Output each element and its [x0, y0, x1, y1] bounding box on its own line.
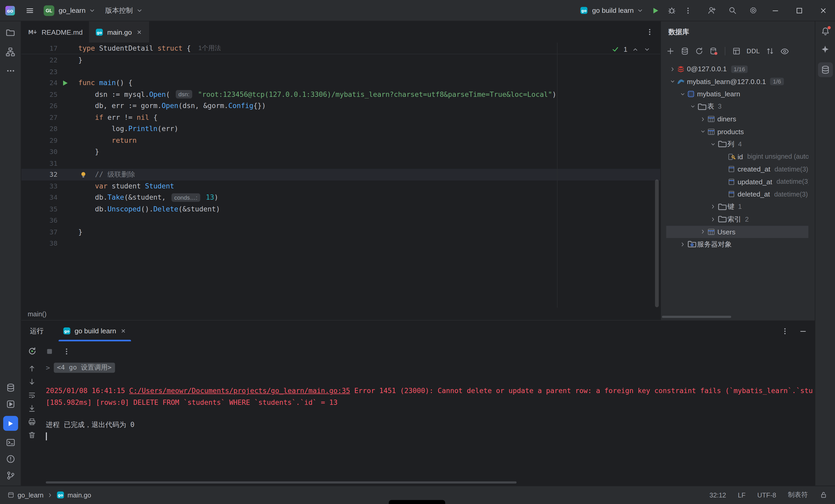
- table-editor-icon[interactable]: [732, 47, 741, 56]
- tree-chevron-icon[interactable]: [668, 78, 677, 85]
- data-source-icon[interactable]: [680, 47, 689, 56]
- close-tab-icon[interactable]: [120, 327, 127, 335]
- services-tool-icon[interactable]: [5, 399, 15, 409]
- db-tree-item-mybatis_learn@127.0.0.1[interactable]: mybatis_learn@127.0.0.11/6: [666, 76, 808, 88]
- tab-readme[interactable]: M README.md: [21, 21, 89, 43]
- down-icon[interactable]: [28, 378, 36, 386]
- search-icon[interactable]: [728, 6, 737, 15]
- vcs-widget[interactable]: 版本控制: [105, 5, 133, 15]
- more-actions-icon[interactable]: [684, 6, 692, 15]
- breadcrumb[interactable]: main(): [21, 308, 660, 320]
- code-line-33[interactable]: 33 var student Student: [21, 180, 660, 192]
- code-editor[interactable]: 17type StudentDetail struct {1个用法 22}232…: [21, 43, 660, 308]
- eye-icon[interactable]: [780, 47, 789, 56]
- db-tree-item-0@127.0.0.1[interactable]: 0@127.0.0.11/16: [666, 63, 808, 76]
- add-user-icon[interactable]: [707, 6, 716, 15]
- tree-chevron-icon[interactable]: [699, 116, 707, 122]
- run-button[interactable]: [651, 6, 660, 15]
- code-line-25[interactable]: 25 dsn := mysql.Open( dsn: "root:123456@…: [21, 89, 660, 100]
- indent-style[interactable]: 制表符: [788, 491, 808, 500]
- db-tree-item-Users[interactable]: Users: [666, 225, 808, 238]
- console-output[interactable]: ><4 go 设置调用> 2025/01/08 16:41:15 C:/User…: [46, 361, 815, 485]
- db-tree-item-updated_at[interactable]: updated_atdatetime(3): [666, 175, 808, 188]
- tree-chevron-icon[interactable]: [709, 204, 717, 210]
- file-encoding[interactable]: UTF-8: [757, 491, 776, 499]
- main-menu-icon[interactable]: [25, 6, 34, 15]
- run-config-name[interactable]: go build learn: [592, 6, 634, 14]
- tree-chevron-icon[interactable]: [699, 229, 707, 235]
- settings-gear-icon[interactable]: [749, 6, 758, 15]
- prev-problem-icon[interactable]: [632, 45, 639, 53]
- code-line-22[interactable]: 22}: [21, 54, 660, 66]
- project-tool-icon[interactable]: [5, 28, 15, 38]
- tab-main-go[interactable]: go main.go: [89, 21, 149, 43]
- code-line-38[interactable]: 38: [21, 238, 660, 249]
- code-line-32[interactable]: 32 // 级联删除: [21, 169, 660, 180]
- breadcrumb-item[interactable]: main(): [28, 310, 46, 318]
- structure-tool-icon[interactable]: [5, 47, 15, 57]
- lock-open-icon[interactable]: [820, 491, 828, 499]
- tree-chevron-icon[interactable]: [709, 141, 717, 147]
- debug-button[interactable]: [667, 6, 676, 15]
- up-icon[interactable]: [28, 364, 36, 373]
- database-panel-toggle-icon[interactable]: [818, 62, 833, 77]
- database-tool-icon[interactable]: [5, 383, 15, 392]
- notifications-bell-icon[interactable]: [820, 27, 830, 36]
- fold-arrow[interactable]: >: [46, 364, 50, 372]
- editor-scrollbar[interactable]: [655, 180, 658, 307]
- db-tree-item-mybatis_learn[interactable]: mybatis_learn: [666, 88, 808, 100]
- tab-options-icon[interactable]: [646, 28, 654, 36]
- next-problem-icon[interactable]: [644, 45, 651, 53]
- code-line-30[interactable]: 30 }: [21, 146, 660, 157]
- add-data-source-icon[interactable]: [666, 47, 675, 56]
- version-control-tool-icon[interactable]: [5, 471, 15, 481]
- soft-wrap-icon[interactable]: [28, 391, 36, 400]
- code-line-23[interactable]: 23: [21, 66, 660, 77]
- code-line-27[interactable]: 27 if err != nil {: [21, 112, 660, 123]
- tree-chevron-icon[interactable]: [689, 103, 697, 109]
- stop-icon[interactable]: [45, 347, 54, 356]
- code-line-34[interactable]: 34 db.Take(&student, conds…: 13): [21, 191, 660, 203]
- more-icon[interactable]: [62, 347, 71, 356]
- rerun-icon[interactable]: [28, 347, 37, 356]
- status-project[interactable]: go_learn: [18, 491, 43, 499]
- tree-chevron-icon[interactable]: [678, 241, 687, 247]
- db-tree-item-键[interactable]: 键1: [666, 200, 808, 213]
- code-line-28[interactable]: 28 log.Println(err): [21, 123, 660, 135]
- db-tree-item-服务器对象[interactable]: 服务器对象: [666, 238, 808, 250]
- code-line-24[interactable]: 24func main() {: [21, 77, 660, 89]
- db-tree-item-列[interactable]: 列4: [666, 138, 808, 150]
- db-tree-item-products[interactable]: products: [666, 125, 808, 138]
- project-avatar[interactable]: GL: [44, 5, 54, 16]
- code-line-26[interactable]: 26 db, err := gorm.Open(dsn, &gorm.Confi…: [21, 100, 660, 112]
- run-gutter-icon[interactable]: [57, 80, 78, 86]
- console-hscrollbar[interactable]: [46, 481, 516, 483]
- db-tree-item-deleted_at[interactable]: deleted_atdatetime(3): [666, 188, 808, 200]
- tree-chevron-icon[interactable]: [668, 66, 677, 72]
- code-line-29[interactable]: 29 return: [21, 135, 660, 146]
- inspection-widget[interactable]: 1: [611, 45, 651, 53]
- code-line-35[interactable]: 35 db.Unscoped().Delete(&student): [21, 203, 660, 215]
- db-tree-item-表[interactable]: 表3: [666, 100, 808, 113]
- tree-chevron-icon[interactable]: [699, 128, 707, 135]
- run-tab[interactable]: go go build learn: [57, 321, 132, 341]
- print-icon[interactable]: [28, 418, 36, 426]
- scroll-end-icon[interactable]: [28, 404, 36, 413]
- more-tools-icon[interactable]: [5, 66, 15, 76]
- database-hscrollbar[interactable]: [662, 316, 731, 318]
- ddl-button[interactable]: DDL: [747, 47, 760, 55]
- console-folded-region[interactable]: <4 go 设置调用>: [54, 363, 115, 373]
- line-ending[interactable]: LF: [738, 491, 746, 499]
- console-file-link[interactable]: C:/Users/meowr/Documents/projects/go_lea…: [129, 387, 350, 395]
- usages-inlay-hint[interactable]: 1个用法: [198, 44, 221, 53]
- problems-tool-icon[interactable]: [5, 454, 15, 464]
- db-tree-item-diners[interactable]: diners: [666, 113, 808, 125]
- project-name[interactable]: go_learn: [59, 6, 85, 14]
- code-line-17[interactable]: 17type StudentDetail struct {1个用法: [21, 43, 660, 54]
- close-button[interactable]: [811, 0, 835, 21]
- maximize-button[interactable]: [787, 0, 811, 21]
- db-tree-item-created_at[interactable]: created_atdatetime(3): [666, 163, 808, 175]
- clear-console-icon[interactable]: [28, 431, 36, 440]
- compare-icon[interactable]: [766, 47, 774, 56]
- close-tab-icon[interactable]: [136, 28, 143, 36]
